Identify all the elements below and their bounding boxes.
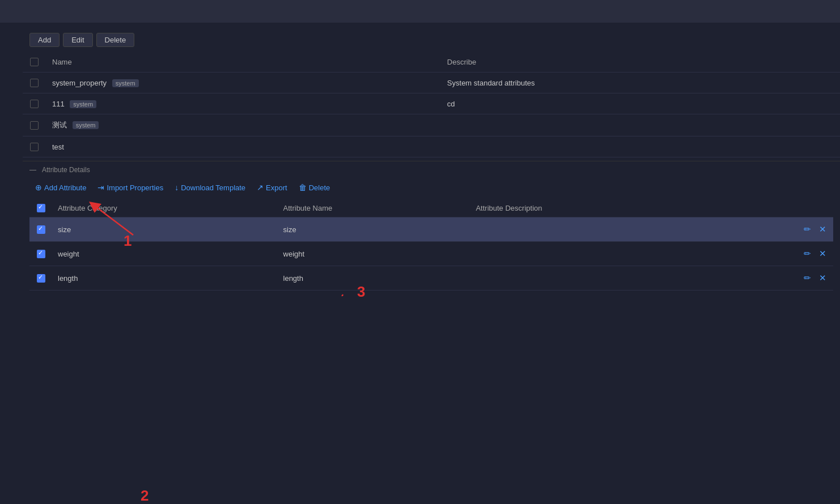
delete-button[interactable]: Delete (96, 33, 135, 47)
describe-header: Describe (440, 52, 840, 72)
attr-name-header: Attribute Name (278, 199, 470, 217)
plus-icon: ⊕ (35, 183, 42, 192)
name-header: Name (45, 52, 440, 72)
edit-attr-button[interactable]: ✏ (803, 272, 812, 284)
add-attribute-button[interactable]: ⊕ Add Attribute (29, 181, 92, 194)
attr-category: length (52, 266, 278, 291)
attr-row-actions: ✏ ✕ (723, 223, 828, 236)
attr-name: size (278, 217, 470, 242)
delete-attr-button[interactable]: ✕ (818, 272, 828, 284)
table-row[interactable]: system_property system System standard a… (23, 72, 840, 93)
attr-description (470, 217, 718, 242)
row-name: test (45, 136, 440, 157)
attr-row-actions: ✏ ✕ (723, 272, 828, 284)
property-table: Name Describe system_property system Sys… (23, 52, 840, 157)
attribute-details-title: Attribute Details (42, 166, 90, 174)
attr-description-header: Attribute Description (470, 199, 718, 217)
row-name: 111 system (45, 93, 440, 114)
select-all-checkbox[interactable] (30, 58, 39, 66)
attribute-row[interactable]: size size ✏ ✕ (29, 217, 833, 242)
row-tag: system (70, 100, 96, 108)
svg-line-2 (317, 294, 343, 296)
row-checkbox[interactable] (30, 100, 39, 108)
row-name: 测试 system (45, 114, 440, 136)
table-row[interactable]: 测试 system (23, 114, 840, 136)
attr-checkbox[interactable] (37, 274, 45, 283)
attribute-table: Attribute Category Attribute Name Attrib… (29, 199, 833, 291)
attr-description (470, 266, 718, 291)
attr-checkbox[interactable] (37, 225, 45, 234)
delete-attr-button[interactable]: ✕ (818, 223, 828, 236)
download-icon: ↓ (175, 183, 179, 192)
section-divider: — Attribute Details (23, 161, 840, 178)
export-button[interactable]: ↗ Export (251, 181, 293, 194)
row-tag: system (73, 121, 99, 129)
download-template-button[interactable]: ↓ Download Template (169, 181, 251, 194)
attr-category-header: Attribute Category (52, 199, 278, 217)
import-icon: ⇥ (97, 183, 104, 192)
annotation-2: 2 (141, 487, 149, 504)
row-tag: system (112, 79, 139, 87)
top-bar (0, 0, 840, 23)
edit-attr-button[interactable]: ✏ (803, 247, 812, 260)
row-checkbox[interactable] (30, 143, 39, 151)
delete-attr-button[interactable]: ✕ (818, 247, 828, 260)
row-describe (440, 114, 840, 136)
attr-row-actions: ✏ ✕ (723, 247, 828, 260)
attr-name: length (278, 266, 470, 291)
import-properties-button[interactable]: ⇥ Import Properties (92, 181, 169, 194)
row-checkbox[interactable] (30, 79, 39, 87)
attr-description (470, 242, 718, 266)
add-button[interactable]: Add (29, 33, 60, 47)
attr-select-all-checkbox[interactable] (37, 204, 45, 212)
attribute-row[interactable]: length length ✏ ✕ (29, 266, 833, 291)
trash-icon: 🗑 (299, 183, 307, 192)
attr-category: size (52, 217, 278, 242)
attribute-row[interactable]: weight weight ✏ ✕ (29, 242, 833, 266)
edit-attr-button[interactable]: ✏ (803, 223, 812, 236)
edit-button[interactable]: Edit (63, 33, 92, 47)
attr-name: weight (278, 242, 470, 266)
table-row[interactable]: test (23, 136, 840, 157)
row-describe (440, 136, 840, 157)
table-row[interactable]: 111 system cd (23, 93, 840, 114)
toolbar: Add Edit Delete (23, 28, 840, 52)
row-describe: System standard attributes (440, 72, 840, 93)
attribute-actions-bar: ⊕ Add Attribute ⇥ Import Properties ↓ Do… (23, 178, 840, 199)
attr-category: weight (52, 242, 278, 266)
row-name: system_property system (45, 72, 440, 93)
delete-attribute-button[interactable]: 🗑 Delete (293, 181, 336, 194)
row-checkbox[interactable] (30, 121, 39, 130)
attr-checkbox[interactable] (37, 250, 45, 258)
row-describe: cd (440, 93, 840, 114)
export-icon: ↗ (257, 183, 264, 192)
